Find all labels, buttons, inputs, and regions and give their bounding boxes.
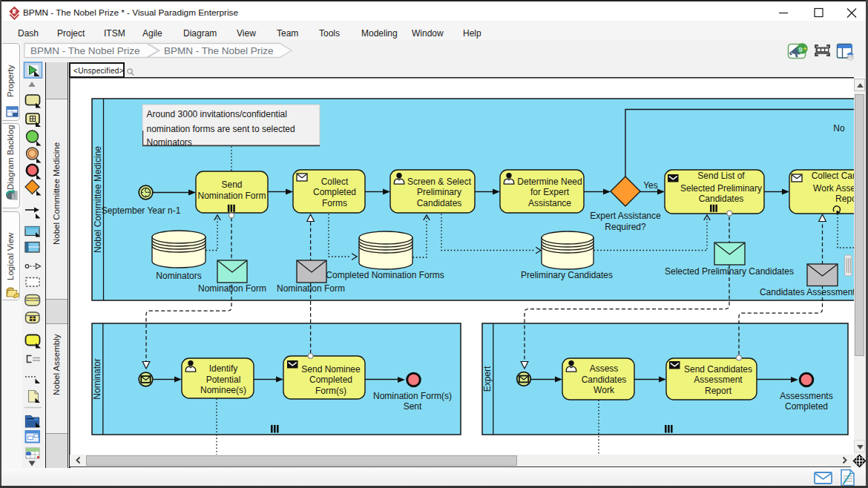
svg-text:Selected Preliminary: Selected Preliminary xyxy=(680,183,762,194)
svg-text:Assess: Assess xyxy=(590,363,619,374)
svg-text:Nomination Form: Nomination Form xyxy=(197,191,266,201)
svg-text:Assessment: Assessment xyxy=(694,375,743,385)
svg-text:Expert: Expert xyxy=(482,366,493,392)
svg-text:Send: Send xyxy=(221,179,242,190)
svg-text:Determine Need: Determine Need xyxy=(517,177,582,187)
svg-text:Forms: Forms xyxy=(322,198,347,208)
svg-text:Completed: Completed xyxy=(309,375,352,385)
svg-text:Expert Assistance: Expert Assistance xyxy=(590,211,661,221)
svg-text:Selected Preliminary Candidate: Selected Preliminary Candidates xyxy=(665,266,794,277)
svg-text:No: No xyxy=(833,123,845,133)
svg-text:Nobel Committee Medicine: Nobel Committee Medicine xyxy=(93,146,103,253)
svg-text:Around 3000 invitations/confid: Around 3000 invitations/confidential xyxy=(147,109,287,119)
svg-text:Sent: Sent xyxy=(404,401,422,412)
svg-text:Required?: Required? xyxy=(605,222,646,232)
svg-text:Send List of: Send List of xyxy=(697,171,745,181)
svg-text:Nominee(s): Nominee(s) xyxy=(200,385,246,395)
svg-text:BPMN - The Nobel Prize: BPMN - The Nobel Prize xyxy=(30,45,140,56)
svg-text:Candidates Assessment Report: Candidates Assessment Report xyxy=(760,287,854,297)
svg-text:for Expert: for Expert xyxy=(530,187,570,197)
svg-text:Nominators: Nominators xyxy=(147,137,192,148)
svg-text:Assistance: Assistance xyxy=(528,198,571,208)
svg-text:September Year n-1: September Year n-1 xyxy=(102,205,181,216)
svg-text:Candidates: Candidates xyxy=(417,198,462,208)
svg-text:Nomination Form: Nomination Form xyxy=(277,283,345,294)
svg-text:Completed: Completed xyxy=(313,187,356,197)
svg-text:Nomination Form(s): Nomination Form(s) xyxy=(373,391,452,401)
svg-text:Preliminary Candidates: Preliminary Candidates xyxy=(521,270,613,280)
svg-text:Assessments: Assessments xyxy=(780,391,832,401)
svg-text:Completed: Completed xyxy=(785,401,828,412)
svg-text:Candidates: Candidates xyxy=(582,375,627,385)
svg-text:Yes: Yes xyxy=(643,180,658,191)
svg-text:Potential: Potential xyxy=(206,375,241,385)
svg-text:Identify: Identify xyxy=(209,363,238,374)
svg-text:Completed Nomination Forms: Completed Nomination Forms xyxy=(326,270,444,280)
svg-text:Work Assessment: Work Assessment xyxy=(813,183,854,194)
svg-text:BPMN - The Nobel Prize: BPMN - The Nobel Prize xyxy=(164,45,274,56)
svg-text:Nominator: Nominator xyxy=(92,358,102,399)
svg-text:Preliminary: Preliminary xyxy=(417,187,461,197)
svg-text:Report: Report xyxy=(705,386,732,396)
svg-text:Candidates: Candidates xyxy=(699,194,744,204)
svg-text:+: + xyxy=(803,45,806,53)
svg-text:Screen & Select: Screen & Select xyxy=(407,177,472,187)
svg-text:Work: Work xyxy=(594,385,615,395)
svg-text:Collect Candidates: Collect Candidates xyxy=(812,171,854,181)
svg-text:Nomination Form: Nomination Form xyxy=(198,283,266,294)
svg-text:Send Nominee: Send Nominee xyxy=(301,364,361,375)
svg-text:9: 9 xyxy=(799,45,803,53)
svg-text:Send Candidates: Send Candidates xyxy=(684,364,752,375)
svg-text:Nominators: Nominators xyxy=(156,271,201,281)
svg-text:Form(s): Form(s) xyxy=(315,386,346,396)
svg-text:Report: Report xyxy=(835,194,854,204)
svg-text:Collect: Collect xyxy=(321,177,349,187)
svg-text:nomination forms are sent to s: nomination forms are sent to selected xyxy=(147,124,295,134)
